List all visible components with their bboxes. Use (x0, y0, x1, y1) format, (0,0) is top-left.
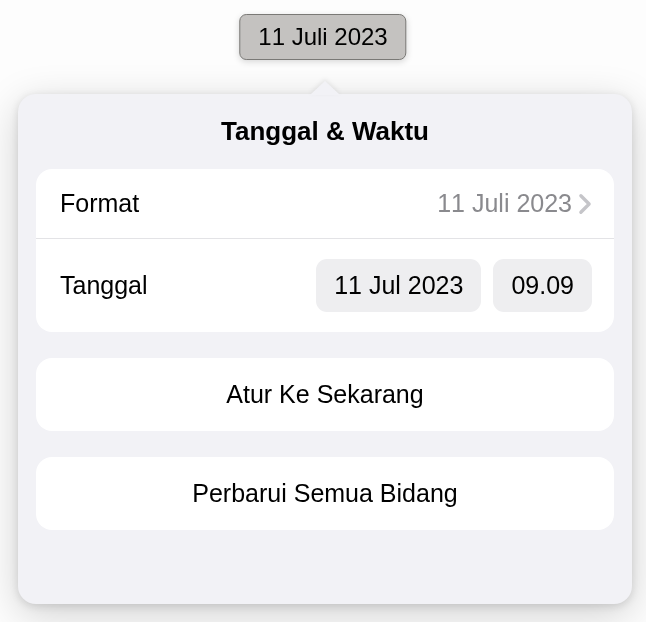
date-value: 11 Jul 2023 (334, 271, 463, 299)
update-all-fields-button[interactable]: Perbarui Semua Bidang (36, 457, 614, 530)
time-picker-button[interactable]: 09.09 (493, 259, 592, 312)
date-label: Tanggal (60, 271, 148, 300)
popover-caret (310, 81, 340, 95)
settings-group: Format 11 Juli 2023 Tanggal 11 Jul 2023 … (36, 169, 614, 332)
time-value: 09.09 (511, 271, 574, 299)
date-field-text: 11 Juli 2023 (258, 23, 387, 50)
set-to-now-button[interactable]: Atur Ke Sekarang (36, 358, 614, 431)
date-picker-button[interactable]: 11 Jul 2023 (316, 259, 481, 312)
date-time-popover: Tanggal & Waktu Format 11 Juli 2023 Tang… (18, 94, 632, 604)
format-row[interactable]: Format 11 Juli 2023 (36, 169, 614, 238)
set-to-now-label: Atur Ke Sekarang (226, 380, 423, 408)
date-time-pills: 11 Jul 2023 09.09 (316, 259, 592, 312)
format-value-wrap: 11 Juli 2023 (437, 189, 592, 218)
date-field-chip[interactable]: 11 Juli 2023 (239, 14, 406, 60)
date-row: Tanggal 11 Jul 2023 09.09 (36, 238, 614, 332)
format-value: 11 Juli 2023 (437, 189, 572, 218)
format-label: Format (60, 189, 139, 218)
popover-title: Tanggal & Waktu (36, 116, 614, 147)
update-all-fields-label: Perbarui Semua Bidang (192, 479, 457, 507)
chevron-right-icon (578, 193, 592, 215)
